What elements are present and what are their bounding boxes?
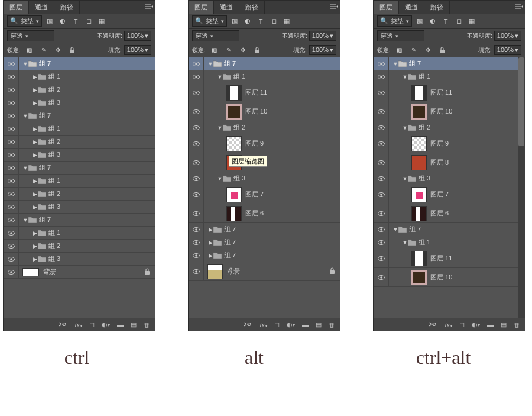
layer-thumbnail[interactable] (226, 206, 242, 221)
layer-thumbnail[interactable] (22, 268, 39, 276)
visibility-toggle[interactable] (374, 172, 389, 185)
visibility-toggle[interactable] (189, 153, 204, 172)
layer-row[interactable]: ▼组 7 (4, 214, 155, 227)
visibility-toggle[interactable] (4, 57, 19, 70)
filter-type-icon[interactable]: T (440, 17, 451, 26)
tab-layers[interactable]: 图层 (374, 1, 399, 14)
lock-pixels-icon[interactable]: ✎ (223, 46, 234, 55)
layer-row[interactable]: 背景 (4, 266, 155, 279)
disclosure-triangle[interactable]: ▼ (217, 176, 223, 182)
visibility-toggle[interactable] (374, 223, 389, 236)
filter-type-icon[interactable]: T (255, 17, 266, 26)
filter-shape-icon[interactable]: ◻ (83, 17, 94, 26)
visibility-toggle[interactable] (4, 253, 19, 265)
layer-row[interactable]: ▶组 2 (4, 136, 155, 149)
link-layers-icon[interactable] (429, 321, 437, 328)
layer-row[interactable]: 图层 7 (374, 185, 525, 204)
disclosure-triangle[interactable]: ▶ (32, 100, 38, 106)
layer-thumbnail[interactable] (411, 206, 427, 221)
disclosure-triangle[interactable]: ▶ (207, 240, 213, 246)
layer-row[interactable]: ▶组 2 (4, 240, 155, 253)
filter-adjust-icon[interactable]: ◐ (57, 17, 68, 26)
lock-transparent-icon[interactable]: ▩ (209, 46, 220, 55)
visibility-toggle[interactable] (374, 83, 389, 102)
disclosure-triangle[interactable]: ▼ (22, 113, 28, 119)
filter-smart-icon[interactable]: ▦ (466, 17, 477, 26)
disclosure-triangle[interactable]: ▶ (32, 126, 38, 132)
visibility-toggle[interactable] (374, 185, 389, 204)
filter-pixel-icon[interactable]: ▧ (44, 17, 55, 26)
new-group-icon[interactable]: ▬ (117, 321, 124, 328)
lock-pixels-icon[interactable]: ✎ (38, 46, 49, 55)
layer-row[interactable]: ▶组 7 (189, 223, 340, 236)
filter-pixel-icon[interactable]: ▧ (414, 17, 425, 26)
panel-menu-icon[interactable] (143, 1, 155, 14)
visibility-toggle[interactable] (374, 268, 389, 286)
visibility-toggle[interactable] (189, 57, 204, 70)
new-layer-icon[interactable]: ▤ (316, 321, 322, 328)
disclosure-triangle[interactable]: ▶ (32, 191, 38, 197)
layer-thumbnail[interactable] (411, 85, 427, 101)
visibility-toggle[interactable] (4, 188, 19, 200)
kind-dropdown[interactable]: 🔍类型▾ (377, 15, 412, 27)
layer-row[interactable]: ▼组 7 (4, 109, 155, 122)
layer-row[interactable]: 图层缩览图 (189, 153, 340, 172)
visibility-toggle[interactable] (189, 121, 204, 134)
disclosure-triangle[interactable]: ▶ (32, 178, 38, 184)
lock-position-icon[interactable]: ✥ (53, 46, 63, 55)
layer-row[interactable]: 背景 (189, 262, 340, 281)
panel-menu-icon[interactable] (328, 1, 340, 14)
new-layer-icon[interactable]: ▤ (501, 321, 507, 328)
visibility-toggle[interactable] (4, 83, 19, 96)
lock-all-icon[interactable] (252, 46, 262, 55)
layer-row[interactable]: ▶组 7 (189, 249, 340, 262)
adjustment-layer-icon[interactable]: ◐▾ (102, 321, 110, 328)
tab-channels[interactable]: 通道 (29, 1, 54, 14)
tab-channels[interactable]: 通道 (214, 1, 239, 14)
visibility-toggle[interactable] (189, 204, 204, 222)
tab-layers[interactable]: 图层 (4, 1, 29, 14)
disclosure-triangle[interactable]: ▶ (32, 230, 38, 236)
visibility-toggle[interactable] (189, 185, 204, 204)
layer-thumbnail[interactable] (226, 187, 242, 202)
layer-thumbnail[interactable] (226, 85, 242, 101)
visibility-toggle[interactable] (4, 175, 19, 187)
layer-row[interactable]: ▶组 2 (4, 188, 155, 201)
lock-all-icon[interactable] (437, 46, 447, 55)
layer-row[interactable]: ▶组 3 (4, 201, 155, 214)
visibility-toggle[interactable] (374, 70, 389, 83)
filter-adjust-icon[interactable]: ◐ (242, 17, 253, 26)
visibility-toggle[interactable] (374, 236, 389, 249)
opacity-input[interactable]: 100%▾ (494, 31, 521, 41)
layer-row[interactable]: 图层 9 (374, 134, 525, 153)
disclosure-triangle[interactable]: ▼ (402, 125, 408, 131)
visibility-toggle[interactable] (189, 83, 204, 102)
layer-thumbnail[interactable] (411, 104, 427, 120)
delete-layer-icon[interactable]: 🗑 (514, 321, 520, 328)
layer-row[interactable]: ▼组 7 (189, 57, 340, 70)
layer-row[interactable]: ▼组 7 (374, 223, 525, 236)
layer-row[interactable]: ▼组 1 (189, 70, 340, 83)
disclosure-triangle[interactable]: ▶ (207, 227, 213, 233)
layer-mask-icon[interactable]: ◻ (274, 321, 280, 328)
filter-smart-icon[interactable]: ▦ (96, 17, 107, 26)
visibility-toggle[interactable] (374, 153, 389, 172)
lock-pixels-icon[interactable]: ✎ (408, 46, 419, 55)
tab-paths[interactable]: 路径 (424, 1, 450, 14)
disclosure-triangle[interactable]: ▼ (402, 176, 408, 182)
disclosure-triangle[interactable]: ▶ (32, 152, 38, 158)
blend-mode-dropdown[interactable]: 穿透▾ (7, 30, 54, 41)
visibility-toggle[interactable] (4, 122, 19, 135)
lock-all-icon[interactable] (67, 46, 77, 55)
link-layers-icon[interactable] (244, 321, 252, 328)
disclosure-triangle[interactable]: ▼ (392, 61, 398, 67)
layer-row[interactable]: ▼组 3 (374, 172, 525, 185)
layer-row[interactable]: ▶组 3 (4, 253, 155, 266)
layer-row[interactable]: ▼组 2 (374, 121, 525, 134)
layer-thumbnail[interactable] (411, 270, 427, 285)
layer-row[interactable]: ▶组 1 (4, 227, 155, 240)
layer-thumbnail[interactable] (226, 136, 242, 151)
visibility-toggle[interactable] (374, 204, 389, 222)
layer-row[interactable]: ▼组 7 (4, 162, 155, 175)
visibility-toggle[interactable] (4, 227, 19, 239)
